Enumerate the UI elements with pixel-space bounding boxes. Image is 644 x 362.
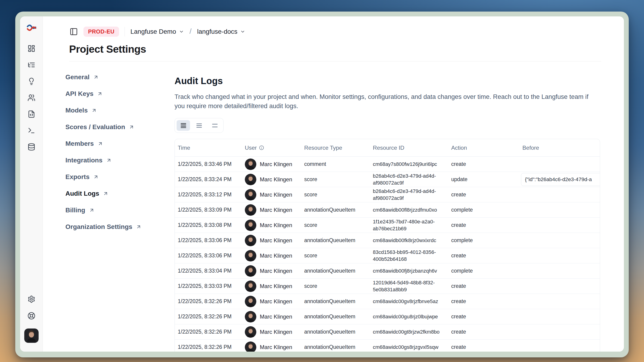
column-header-time[interactable]: Time	[175, 145, 242, 151]
settings-nav-item[interactable]: Members	[66, 139, 174, 149]
table-row[interactable]: 1/22/2025, 8:32:26 PM Marc Klingen annot…	[175, 324, 600, 340]
cell-before	[520, 279, 600, 294]
cell-resource-type: annotationQueueItem	[301, 344, 370, 350]
table-row[interactable]: 1/22/2025, 8:32:26 PM Marc Klingen annot…	[175, 294, 600, 309]
cell-resource-type: score	[301, 176, 370, 183]
breadcrumb-project-label: langfuse-docs	[197, 28, 238, 35]
page-title: Project Settings	[69, 43, 624, 55]
external-link-icon	[93, 74, 99, 80]
settings-gear-icon[interactable]	[28, 295, 35, 303]
row-height-short-button[interactable]	[208, 120, 222, 131]
cell-resource-id: cm68awidb00fj8rjzbanzqh6v	[370, 268, 448, 275]
user-avatar	[245, 296, 256, 307]
cell-resource-id: cm68awidb00fl8rjzzdfmu0xo	[370, 207, 448, 213]
cell-action: complete	[448, 207, 520, 213]
breadcrumb-org[interactable]: Langfuse Demo	[130, 28, 184, 35]
column-header-user[interactable]: User	[242, 145, 301, 151]
tracing-icon[interactable]	[28, 61, 35, 69]
table-row[interactable]: 1/22/2025, 8:33:09 PM Marc Klingen annot…	[175, 202, 600, 218]
cell-resource-type: annotationQueueItem	[301, 329, 370, 335]
info-icon	[259, 145, 264, 150]
cell-before	[520, 187, 600, 202]
settings-nav-item[interactable]: General	[66, 72, 174, 82]
cell-time: 1/22/2025, 8:33:06 PM	[175, 253, 242, 259]
user-name: Marc Klingen	[260, 192, 292, 198]
user-avatar	[245, 235, 256, 246]
cell-resource-id: cm68awidb00fk8rjz0wxixrdc	[370, 237, 448, 244]
external-link-icon	[136, 224, 142, 230]
breadcrumb-project[interactable]: langfuse-docs	[197, 28, 245, 35]
column-header-action[interactable]: Action	[448, 145, 520, 151]
chevron-down-icon	[179, 29, 184, 34]
cell-user: Marc Klingen	[242, 158, 301, 170]
user-name: Marc Klingen	[260, 253, 292, 259]
sidebar-toggle-icon[interactable]	[70, 27, 78, 36]
cell-action: create	[448, 344, 520, 350]
cell-time: 1/22/2025, 8:33:04 PM	[175, 268, 242, 274]
audit-logs-section: Audit Logs Track who changed what in you…	[174, 71, 601, 352]
row-height-tall-button[interactable]	[176, 120, 190, 131]
cell-action: create	[448, 298, 520, 305]
row-height-medium-button[interactable]	[192, 120, 206, 131]
user-avatar	[245, 174, 256, 185]
prompts-lightbulb-icon[interactable]	[28, 77, 35, 85]
settings-nav-item[interactable]: Audit Logs	[66, 189, 174, 199]
user-avatar	[245, 204, 256, 216]
user-name: Marc Klingen	[260, 222, 292, 229]
user-name: Marc Klingen	[260, 314, 292, 320]
cell-resource-type: score	[301, 283, 370, 289]
user-avatar[interactable]	[24, 329, 38, 343]
settings-nav-item-label: General	[66, 73, 90, 81]
table-row[interactable]: 1/22/2025, 8:33:24 PM Marc Klingen score…	[175, 172, 600, 187]
cell-resource-id: cm68awidc00gu8rjz0lbujwpe	[370, 313, 448, 320]
table-row[interactable]: 1/22/2025, 8:33:06 PM Marc Klingen score…	[175, 248, 600, 263]
settings-nav-item[interactable]: Scores / Evaluation	[66, 122, 174, 132]
breadcrumb-org-label: Langfuse Demo	[130, 28, 176, 35]
before-json[interactable]: {"id":"b26ab4c6-d2e3-479d-a	[521, 173, 600, 186]
external-link-icon	[89, 207, 94, 213]
cell-before	[520, 340, 600, 352]
topbar: PROD-EU Langfuse Demo / langfuse-docs	[43, 16, 624, 37]
support-lifebuoy-icon[interactable]	[28, 312, 35, 320]
database-icon[interactable]	[28, 143, 35, 151]
cell-resource-id: 1f1e2435-7bd7-480e-a2a0-ab76bec21b69	[370, 218, 448, 232]
user-avatar	[245, 158, 256, 170]
settings-nav-item[interactable]: Organization Settings	[66, 222, 174, 232]
table-row[interactable]: 1/22/2025, 8:33:46 PM Marc Klingen comme…	[175, 157, 600, 172]
table-row[interactable]: 1/22/2025, 8:33:04 PM Marc Klingen annot…	[175, 263, 600, 279]
cell-time: 1/22/2025, 8:33:03 PM	[175, 283, 242, 289]
table-row[interactable]: 1/22/2025, 8:33:03 PM Marc Klingen score…	[175, 279, 600, 294]
table-row[interactable]: 1/22/2025, 8:33:12 PM Marc Klingen score…	[175, 187, 600, 202]
settings-nav-item-label: Models	[66, 107, 88, 114]
datasets-file-code-icon[interactable]	[28, 110, 35, 118]
app-window: PROD-EU Langfuse Demo / langfuse-docs Pr…	[15, 11, 629, 358]
cell-action: create	[448, 283, 520, 289]
column-header-resource-id[interactable]: Resource ID	[370, 145, 448, 151]
cell-time: 1/22/2025, 8:33:46 PM	[175, 161, 242, 167]
table-row[interactable]: 1/22/2025, 8:33:06 PM Marc Klingen annot…	[175, 233, 600, 248]
cell-before	[520, 218, 600, 233]
settings-nav-item[interactable]: Billing	[66, 205, 174, 215]
table-row[interactable]: 1/22/2025, 8:32:26 PM Marc Klingen annot…	[175, 309, 600, 324]
column-header-before[interactable]: Before	[520, 145, 600, 151]
table-row[interactable]: 1/22/2025, 8:33:08 PM Marc Klingen score…	[175, 218, 600, 233]
user-name: Marc Klingen	[260, 176, 292, 183]
nav-rail	[20, 16, 43, 352]
cell-resource-id: cm68awidc00gv8rjzfbnve5az	[370, 298, 448, 305]
dashboard-icon[interactable]	[28, 44, 35, 52]
users-icon[interactable]	[28, 94, 35, 102]
settings-nav-item[interactable]: Exports	[66, 172, 174, 182]
environment-badge[interactable]: PROD-EU	[84, 26, 119, 37]
cell-action: create	[448, 329, 520, 335]
cell-time: 1/22/2025, 8:32:26 PM	[175, 314, 242, 320]
cell-before	[520, 248, 600, 263]
settings-nav-item[interactable]: API Keys	[66, 89, 174, 99]
settings-nav-item[interactable]: Models	[66, 105, 174, 115]
column-header-resource-type[interactable]: Resource Type	[301, 145, 370, 151]
table-row[interactable]: 1/22/2025, 8:32:26 PM Marc Klingen annot…	[175, 340, 600, 352]
playground-terminal-icon[interactable]	[28, 127, 35, 134]
cell-before	[520, 202, 600, 217]
settings-nav-item[interactable]: Integrations	[66, 155, 174, 165]
external-link-icon	[98, 141, 103, 146]
cell-resource-type: annotationQueueItem	[301, 207, 370, 213]
